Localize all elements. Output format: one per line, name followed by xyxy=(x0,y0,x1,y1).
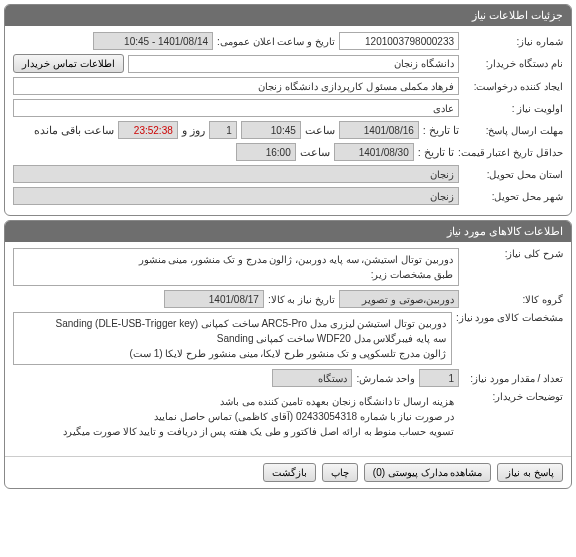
action-bar: پاسخ به نیاز مشاهده مدارک پیوستی (0) چاپ… xyxy=(5,456,571,488)
pub-date-label: تاریخ و ساعت اعلان عمومی: xyxy=(217,36,335,47)
buyer-org: دانشگاه زنجان xyxy=(128,55,459,73)
priority-label: اولویت نیاز : xyxy=(463,103,563,114)
buyer-contact-button[interactable]: اطلاعات تماس خریدار xyxy=(13,54,124,73)
buyer-notes-label: توضیحات خریدار: xyxy=(463,391,563,402)
goods-body: شرح کلی نیاز: دوربین توتال استیشن، سه پا… xyxy=(5,242,571,452)
deadline-label: مهلت ارسال پاسخ: xyxy=(463,125,563,136)
creator-label: ایجاد کننده درخواست: xyxy=(463,81,563,92)
spec: دوربین توتال استیشن لیزری مدل ARC5-Pro س… xyxy=(13,312,452,365)
buyer-org-label: نام دستگاه خریدار: xyxy=(463,58,563,69)
qty: 1 xyxy=(419,369,459,387)
reply-button[interactable]: پاسخ به نیاز xyxy=(497,463,563,482)
dest-city-label: شهر محل تحویل: xyxy=(463,191,563,202)
to-date-label-2: تا تاریخ : xyxy=(418,146,454,159)
time-label-1: ساعت xyxy=(305,124,335,137)
priority: عادی xyxy=(13,99,459,117)
group: دوربین،صوتی و تصویر xyxy=(339,290,459,308)
general-desc: دوربین توتال استیشن، سه پایه دوربین، ژال… xyxy=(13,248,459,286)
creator: فرهاد مکملی مسئو ل کارپردازی دانشگاه زنج… xyxy=(13,77,459,95)
need-details-body: شماره نیاز: 1201003798000233 تاریخ و ساع… xyxy=(5,26,571,215)
buyer-notes: هزینه ارسال تا دانشگاه زنجان بعهده تامین… xyxy=(13,391,459,442)
to-date-label: تا تاریخ : xyxy=(423,124,459,137)
validity-date: 1401/08/30 xyxy=(334,143,414,161)
back-button[interactable]: بازگشت xyxy=(263,463,316,482)
goods-title: اطلاعات کالاهای مورد نیاز xyxy=(5,221,571,242)
countdown: 23:52:38 xyxy=(118,121,178,139)
unit: دستگاه xyxy=(272,369,352,387)
days-remaining: 1 xyxy=(209,121,237,139)
need-details-title: جزئیات اطلاعات نیاز xyxy=(5,5,571,26)
dest-city: زنجان xyxy=(13,187,459,205)
unit-label: واحد شمارش: xyxy=(356,373,415,384)
general-desc-label: شرح کلی نیاز: xyxy=(463,248,563,259)
dest-province-label: استان محل تحویل: xyxy=(463,169,563,180)
need-by: 1401/08/17 xyxy=(164,290,264,308)
need-no-label: شماره نیاز: xyxy=(463,36,563,47)
need-by-label: تاریخ نیاز به کالا: xyxy=(268,294,335,305)
need-no: 1201003798000233 xyxy=(339,32,459,50)
deadline-time: 10:45 xyxy=(241,121,301,139)
spec-label: مشخصات کالای مورد نیاز: xyxy=(456,312,563,323)
validity-label: حداقل تاریخ اعتبار قیمت: xyxy=(458,147,563,158)
need-details-panel: جزئیات اطلاعات نیاز شماره نیاز: 12010037… xyxy=(4,4,572,216)
days-label: روز و xyxy=(182,124,205,137)
group-label: گروه کالا: xyxy=(463,294,563,305)
remaining-label: ساعت باقی مانده xyxy=(34,124,114,137)
goods-panel: اطلاعات کالاهای مورد نیاز شرح کلی نیاز: … xyxy=(4,220,572,489)
dest-province: زنجان xyxy=(13,165,459,183)
time-label-2: ساعت xyxy=(300,146,330,159)
print-button[interactable]: چاپ xyxy=(322,463,358,482)
pub-date: 1401/08/14 - 10:45 xyxy=(93,32,213,50)
validity-time: 16:00 xyxy=(236,143,296,161)
attachments-button[interactable]: مشاهده مدارک پیوستی (0) xyxy=(364,463,492,482)
deadline-date: 1401/08/16 xyxy=(339,121,419,139)
qty-label: تعداد / مقدار مورد نیاز: xyxy=(463,373,563,384)
